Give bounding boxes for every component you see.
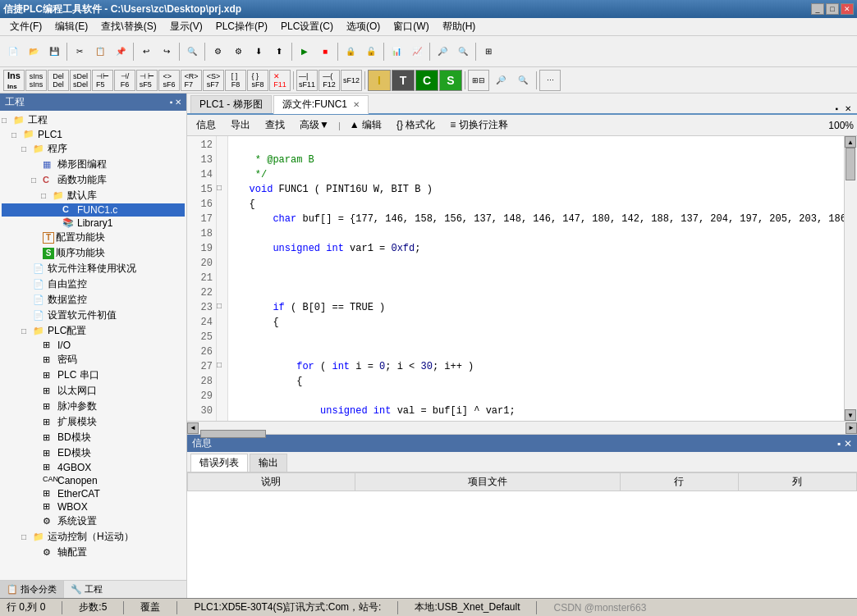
- tab-project[interactable]: 🔧 工程: [64, 581, 109, 598]
- tree-item-defaultlib[interactable]: □ 📁 默认库: [2, 188, 185, 203]
- tree-item-expand-mod[interactable]: ⊞ 扩展模块: [2, 414, 185, 430]
- tb-compile[interactable]: ⚙: [208, 42, 227, 62]
- tb2-sf12[interactable]: sF12: [341, 70, 362, 91]
- horizontal-scrollbar[interactable]: ◄ ►: [187, 421, 857, 434]
- menu-plc-set[interactable]: PLC设置(C): [274, 18, 340, 35]
- tab-func1[interactable]: 源文件:FUNC1 ✕: [273, 95, 369, 114]
- menu-help[interactable]: 帮助(H): [436, 18, 483, 35]
- tb-stop[interactable]: ■: [315, 42, 335, 62]
- edit-btn[interactable]: ▲ 编辑: [344, 116, 387, 134]
- tb2-sf5[interactable]: ⊣ ⊢sF5: [136, 70, 158, 91]
- panel-pin-btn[interactable]: ▪: [832, 104, 841, 113]
- panel-close-icon[interactable]: ✕: [844, 438, 852, 449]
- scroll-up-btn[interactable]: ▲: [845, 136, 856, 148]
- expand-icon[interactable]: □: [11, 130, 23, 139]
- tb-zoom-in[interactable]: 🔎: [433, 42, 452, 62]
- maximize-button[interactable]: □: [826, 3, 839, 15]
- tb-undo[interactable]: ↩: [136, 42, 156, 62]
- tb2-f6[interactable]: ⊣/F6: [114, 70, 135, 91]
- menu-view[interactable]: 显示(V): [163, 18, 209, 35]
- tab-error-list[interactable]: 错误列表: [190, 454, 248, 472]
- tree-item-ed[interactable]: ⊞ ED模块: [2, 445, 185, 461]
- tree-item-seqblock[interactable]: S 顺序功能块: [2, 245, 185, 261]
- panel-close-btn[interactable]: ✕: [842, 104, 854, 113]
- vertical-scrollbar[interactable]: ▲ ▼: [844, 136, 857, 421]
- tb2-sf7[interactable]: <S>sF7: [203, 70, 224, 91]
- tb2-f7[interactable]: <R>F7: [181, 70, 202, 91]
- tree-item-init-val[interactable]: 📄 设置软元件初值: [2, 308, 185, 323]
- minimize-button[interactable]: _: [811, 3, 824, 15]
- tree-item-io[interactable]: ⊞ I/O: [2, 339, 185, 352]
- tree-item-monitor-free[interactable]: 📄 自由监控: [2, 276, 185, 292]
- menu-plc-op[interactable]: PLC操作(P): [209, 18, 274, 35]
- tree-item-motion[interactable]: □ 📁 运动控制（H运动）: [2, 529, 185, 545]
- toggle-comment-btn[interactable]: ≡ 切换行注释: [444, 116, 513, 134]
- menu-search[interactable]: 查找\替换(S): [94, 18, 163, 35]
- tb2-sf11[interactable]: —|sF11: [296, 70, 318, 91]
- expand-icon[interactable]: □: [2, 116, 13, 125]
- tab-close-icon[interactable]: ✕: [353, 100, 360, 109]
- tree-item-canopen[interactable]: CAN Canopen: [2, 474, 185, 487]
- fold-btn-15[interactable]: □: [217, 180, 227, 195]
- tree-item-bd[interactable]: ⊞ BD模块: [2, 430, 185, 445]
- tree-item-wbox[interactable]: ⊞ WBOX: [2, 500, 185, 513]
- tb-monitor2[interactable]: 📈: [407, 42, 427, 62]
- tree-item-comments[interactable]: 📄 软元件注释使用状况: [2, 261, 185, 276]
- code-editor[interactable]: 12 13 14 15 16 17 18 19 20 21 22 23 24 2…: [187, 136, 857, 421]
- format-btn[interactable]: {} 格式化: [391, 116, 441, 134]
- tree-item-plc-serial[interactable]: ⊞ PLC 串口: [2, 367, 185, 383]
- tb-zoom-out[interactable]: 🔍: [453, 42, 473, 62]
- tb-cut[interactable]: ✂: [70, 42, 89, 62]
- menu-options[interactable]: 选项(O): [340, 18, 387, 35]
- panel-pin-icon[interactable]: ▪: [837, 438, 841, 449]
- tb-search[interactable]: 🔍: [182, 42, 202, 62]
- tree-item-ethercat[interactable]: ⊞ EtherCAT: [2, 487, 185, 500]
- tb-open[interactable]: 📂: [24, 42, 44, 62]
- tb2-f5[interactable]: ⊣⊢F5: [92, 70, 113, 91]
- tree-item-project[interactable]: □ 📁 工程: [2, 112, 185, 128]
- scroll-thumb[interactable]: [846, 148, 855, 180]
- tb-paste[interactable]: 📌: [111, 42, 131, 62]
- tb2-f12[interactable]: —(F12: [319, 70, 340, 91]
- tb-monitor1[interactable]: 📊: [387, 42, 406, 62]
- tree-item-4gbox[interactable]: ⊞ 4GBOX: [2, 461, 185, 474]
- menu-edit[interactable]: 编辑(E): [48, 18, 94, 35]
- tb-download[interactable]: ⬇: [249, 42, 268, 62]
- tree-item-axis[interactable]: ⚙ 轴配置: [2, 545, 185, 560]
- scroll-right-btn[interactable]: ►: [846, 422, 857, 434]
- menu-file[interactable]: 文件(F): [3, 18, 48, 35]
- expand-icon[interactable]: □: [21, 144, 33, 153]
- tb-upload[interactable]: ⬆: [269, 42, 289, 62]
- tb2-sins[interactable]: sInssIns: [25, 70, 47, 91]
- tb-run[interactable]: ▶: [295, 42, 314, 62]
- tree-item-pulse[interactable]: ⊞ 脉冲参数: [2, 399, 185, 414]
- tree-item-library1[interactable]: 📚 Library1: [2, 217, 185, 230]
- tab-instruction-category[interactable]: 📋 指令分类: [0, 581, 64, 598]
- tb2-view1[interactable]: ⊞⊟: [468, 70, 489, 91]
- tb2-t-btn[interactable]: T: [392, 70, 415, 91]
- tb2-c-btn[interactable]: C: [415, 70, 438, 91]
- close-button[interactable]: ✕: [841, 3, 854, 15]
- menu-window[interactable]: 窗口(W): [387, 18, 435, 35]
- tree-item-sysconfig[interactable]: ⚙ 系统设置: [2, 513, 185, 529]
- export-btn[interactable]: 导出: [225, 116, 256, 134]
- expand-icon[interactable]: □: [21, 326, 33, 335]
- tree-item-plc1[interactable]: □ 📁 PLC1: [2, 128, 185, 141]
- tab-ladder[interactable]: PLC1 - 梯形图: [190, 95, 272, 113]
- fold-btn-27[interactable]: □: [217, 358, 227, 372]
- scroll-down-btn[interactable]: ▼: [845, 409, 856, 421]
- scroll-track[interactable]: [845, 148, 857, 409]
- tree-item-func1[interactable]: C FUNC1.c: [2, 203, 185, 217]
- advanced-btn[interactable]: 高级▼: [294, 116, 335, 134]
- tb2-ins[interactable]: InsIns: [3, 70, 25, 91]
- tb2-zoom-out[interactable]: 🔍: [512, 70, 534, 91]
- tree-item-configblock[interactable]: T 配置功能块: [2, 230, 185, 245]
- tb2-sf6[interactable]: <>sF6: [158, 70, 180, 91]
- tree-item-funclib[interactable]: □ C 函数功能库: [2, 172, 185, 188]
- find-btn[interactable]: 查找: [259, 116, 291, 134]
- tb2-f11[interactable]: ✕F11: [269, 70, 291, 91]
- tb-redo[interactable]: ↪: [157, 42, 176, 62]
- tb-compile2[interactable]: ⚙: [228, 42, 248, 62]
- info-btn[interactable]: 信息: [190, 116, 222, 134]
- tb2-sf8[interactable]: { }sF8: [247, 70, 268, 91]
